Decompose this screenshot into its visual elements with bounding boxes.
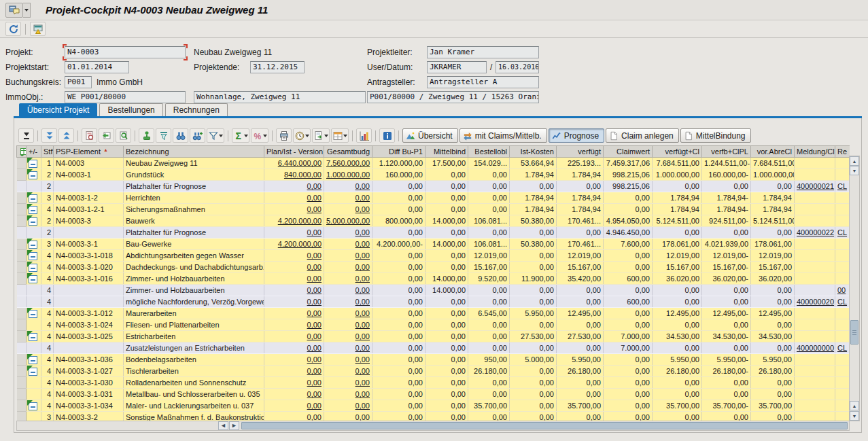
cell-link-bud[interactable]: 0,00 — [355, 205, 370, 213]
row-select-cell[interactable] — [17, 354, 27, 366]
column-header-bes[interactable]: Bestellobl — [468, 146, 510, 158]
column-header-bez[interactable]: Bezeichnung — [124, 146, 264, 158]
row-select-cell[interactable] — [17, 389, 27, 400]
column-header-vcl[interactable]: verfügt+Cl — [653, 146, 702, 158]
subtotal-button[interactable]: % — [251, 128, 268, 143]
expand-collapse-icon[interactable] — [29, 252, 37, 260]
cell-link-bud[interactable]: 0,00 — [355, 263, 370, 271]
collapse-all-button[interactable] — [58, 128, 74, 143]
find-button[interactable] — [173, 128, 188, 143]
cell-link-bud[interactable]: 0,00 — [355, 321, 370, 329]
expand-collapse-icon[interactable] — [29, 194, 37, 202]
row-select-cell[interactable] — [17, 342, 27, 354]
mit-claims-button[interactable]: mit Claims/Mittelb. — [459, 128, 547, 143]
column-header-vab[interactable]: vor.AbreCl — [751, 146, 795, 158]
cell-link-bud[interactable]: 0,00 — [355, 240, 370, 248]
refresh-button[interactable] — [5, 22, 21, 36]
column-header-clw[interactable]: Claimwert — [604, 146, 653, 158]
row-select-cell[interactable] — [17, 227, 27, 239]
mittelbindung-button[interactable]: MittelBindung — [680, 128, 751, 143]
cell-link-re[interactable]: CL — [837, 182, 847, 190]
total-button[interactable]: Σ — [232, 128, 249, 143]
cell-link-plan[interactable]: 0,00 — [307, 298, 322, 306]
cell-link-bud[interactable]: 0,00 — [355, 182, 370, 190]
antragsteller-field[interactable]: Antragsteller A — [427, 76, 539, 88]
graphic-button[interactable] — [356, 128, 372, 143]
find-next-button[interactable] — [190, 128, 205, 143]
row-select-cell[interactable] — [17, 366, 27, 377]
cell-link-bud[interactable]: 0,00 — [355, 402, 370, 410]
cell-link-mel[interactable]: 400000022 — [797, 228, 834, 236]
cell-link-mel[interactable]: 400000021 — [797, 182, 834, 190]
position-button[interactable] — [99, 128, 114, 143]
cell-link-plan[interactable]: 0,00 — [307, 182, 322, 190]
expand-collapse-icon[interactable] — [29, 206, 37, 214]
claim-anlegen-button[interactable]: Claim anlegen — [606, 128, 679, 143]
cell-link-plan[interactable]: 0,00 — [307, 251, 322, 260]
services-button[interactable] — [30, 22, 46, 36]
cell-link-mel[interactable]: 400000020 — [797, 298, 834, 306]
cell-link-bud[interactable]: 0,00 — [355, 367, 370, 375]
detail-button[interactable] — [82, 128, 97, 143]
cell-link-plan[interactable]: 0,00 — [307, 402, 322, 410]
projekt-input[interactable]: N4-0003 — [65, 46, 186, 58]
row-select-cell[interactable] — [17, 273, 27, 285]
column-header-psp[interactable]: PSP-Element▲ — [54, 146, 124, 158]
expand-collapse-icon[interactable] — [29, 310, 37, 318]
tab-bestellungen[interactable]: Bestellungen — [99, 103, 162, 116]
cell-link-bud[interactable]: 0,00 — [355, 378, 370, 387]
column-header-stf[interactable]: Stf — [41, 146, 54, 158]
expand-collapse-icon[interactable] — [29, 356, 37, 364]
expand-collapse-icon[interactable] — [29, 402, 37, 410]
cell-link-bud[interactable]: 0,00 — [355, 286, 370, 294]
datum-field[interactable]: 16.03.2016 — [496, 61, 539, 73]
column-header-ist[interactable]: Ist-Kosten — [510, 146, 557, 158]
cell-link-bud[interactable]: 0,00 — [355, 298, 370, 306]
gui-session-menu-dropdown[interactable] — [23, 3, 31, 18]
column-header-plan[interactable]: Plan/Ist - Version — [264, 146, 324, 158]
scroll-down-icon[interactable]: ▼ — [850, 166, 859, 175]
expand-collapse-icon[interactable] — [29, 264, 37, 272]
expand-collapse-icon[interactable] — [29, 171, 37, 179]
cell-link-plan[interactable]: 0,00 — [307, 205, 322, 213]
layout-button[interactable] — [331, 128, 349, 143]
vertical-scrollbar[interactable]: ▲ ▼ ▲ ▼ — [849, 156, 860, 421]
row-select-cell[interactable] — [17, 377, 27, 389]
column-header-mit[interactable]: Mittelbind — [426, 146, 468, 158]
cell-link-bud[interactable]: 0,00 — [355, 194, 370, 202]
projektleiter-field[interactable]: Jan Kramer — [427, 46, 539, 58]
column-header-vpl[interactable]: verfb+ClPL — [702, 146, 751, 158]
cell-link-plan[interactable]: 0,00 — [307, 263, 322, 271]
lowest-level-button[interactable] — [18, 128, 34, 143]
export-button[interactable] — [312, 128, 330, 143]
cell-link-bud[interactable]: 7.560.000,00 — [326, 159, 370, 167]
expand-collapse-icon[interactable] — [29, 275, 37, 283]
cell-link-plan[interactable]: 0,00 — [307, 309, 322, 317]
cell-link-plan[interactable]: 0,00 — [307, 275, 322, 283]
user-field[interactable]: JKRAMER — [427, 61, 487, 73]
scroll-up-bottom-icon[interactable]: ▲ — [850, 401, 859, 410]
cell-link-re[interactable]: CL — [837, 228, 847, 236]
cell-link-plan[interactable]: 0,00 — [307, 286, 322, 294]
column-header-mel[interactable]: Meldung/Cl — [795, 146, 835, 158]
vertical-scrollbar-thumb[interactable] — [850, 320, 858, 345]
cell-link-plan[interactable]: 0,00 — [307, 390, 322, 398]
find-in-list-button[interactable] — [116, 128, 131, 143]
cell-link-plan[interactable]: 0,00 — [307, 321, 322, 329]
row-select-cell[interactable] — [17, 308, 27, 319]
immoobj-field[interactable]: WE P001/80000 — [65, 91, 186, 103]
row-select-cell[interactable] — [17, 204, 27, 215]
buchungskreis-field[interactable]: P001 — [65, 76, 92, 88]
row-select-cell[interactable] — [17, 239, 27, 250]
cell-link-re[interactable]: CL — [837, 344, 847, 352]
row-select-cell[interactable] — [17, 331, 27, 342]
row-select-cell[interactable] — [17, 296, 27, 308]
scroll-right-icon[interactable]: ► — [229, 421, 239, 430]
immoobj-text-field[interactable]: Wohnanlage, Zweigweg 11 — [194, 91, 366, 103]
adresse-field[interactable]: P001/80000 / Zweigweg 11 / 15263 Oranien… — [367, 91, 539, 103]
cell-link-plan[interactable]: 0,00 — [307, 355, 322, 364]
row-select-cell[interactable] — [17, 250, 27, 262]
expand-collapse-icon[interactable] — [29, 241, 37, 249]
row-select-cell[interactable] — [17, 192, 27, 204]
column-header-diff[interactable]: Diff Bu-P1 — [372, 146, 426, 158]
